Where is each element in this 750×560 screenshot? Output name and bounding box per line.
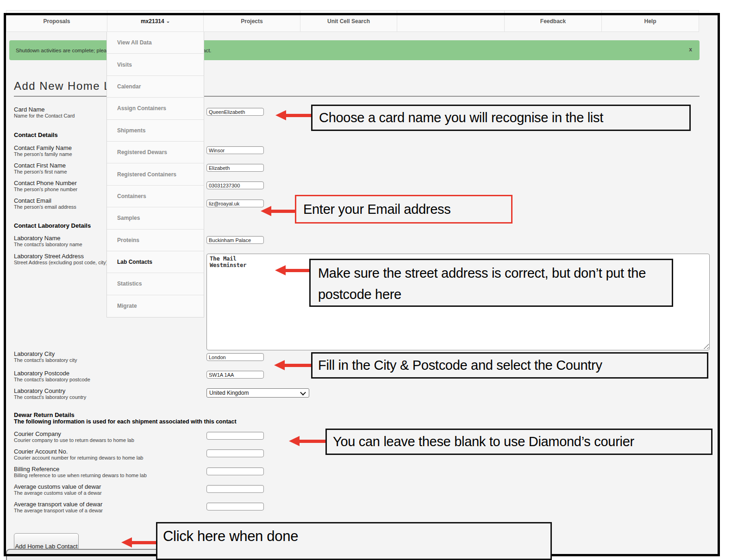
label-hint: Street Address (excluding post code, cit… [14, 260, 107, 266]
menu-item-proteins[interactable]: Proteins [107, 230, 204, 251]
annotation-email: Enter your Email address [295, 195, 512, 224]
label-text: Billing Reference [14, 466, 147, 473]
card-name-input[interactable] [206, 108, 264, 116]
field-label-street-address: Laboratory Street Address Street Address… [14, 253, 107, 266]
label-hint: Courier company to use to return dewars … [14, 437, 134, 443]
annotation-courier: You can leave these blank to use Diamond… [325, 429, 712, 455]
country-select[interactable]: United Kingdom [206, 388, 309, 398]
menu-item-containers[interactable]: Containers [107, 186, 204, 207]
label-text: Courier Account No. [14, 448, 143, 455]
label-hint: The person's first name [14, 169, 67, 175]
menu-item-samples[interactable]: Samples [107, 207, 204, 229]
nav-item-projects[interactable]: Projects [204, 10, 300, 32]
nav-label: Projects [241, 18, 262, 25]
label-hint: Name for the Contact Card [14, 113, 75, 119]
billing-reference-input[interactable] [206, 467, 264, 475]
field-label-family-name: Contact Family Name The person's family … [14, 144, 72, 157]
section-heading-contact-details: Contact Details [14, 131, 58, 138]
lab-name-input[interactable] [206, 236, 264, 244]
menu-item-lab-contacts[interactable]: Lab Contacts [107, 251, 204, 273]
field-label-city: Laboratory City The contact's laboratory… [14, 350, 77, 363]
city-input[interactable] [206, 353, 264, 361]
heading-line1: Dewar Return Details [14, 411, 237, 418]
field-label-courier-company: Courier Company Courier company to use t… [14, 430, 134, 443]
menu-item-view-all-data[interactable]: View All Data [107, 32, 204, 54]
menu-item-statistics[interactable]: Statistics [107, 273, 204, 295]
field-label-billing-reference: Billing Reference Billing reference to u… [14, 466, 147, 479]
customs-value-input[interactable] [206, 485, 264, 493]
label-text: Laboratory Postcode [14, 370, 90, 377]
first-name-input[interactable] [206, 164, 264, 172]
arrow-left-icon [121, 537, 156, 548]
field-label-lab-name: Laboratory Name The contact's laboratory… [14, 235, 82, 248]
nav-item-empty [397, 10, 505, 32]
nav-label: Unit Cell Search [327, 18, 370, 25]
menu-item-registered-dewars[interactable]: Registered Dewars [107, 142, 204, 163]
nav-label: Proposals [43, 18, 70, 25]
close-icon[interactable]: x [689, 46, 692, 53]
label-hint: The contact's laboratory postcode [14, 377, 90, 383]
label-text: Contact Email [14, 197, 76, 204]
label-hint: The person's phone number [14, 187, 77, 193]
arrow-left-icon [275, 265, 309, 275]
arrow-left-icon [289, 436, 325, 446]
annotation-street-address: Make sure the street address is correct,… [309, 259, 673, 307]
label-text: Laboratory Country [14, 387, 86, 394]
label-text: Card Name [14, 106, 75, 113]
arrow-left-icon [275, 110, 311, 120]
field-label-courier-account: Courier Account No. Courier account numb… [14, 448, 143, 461]
menu-item-registered-containers[interactable]: Registered Containers [107, 163, 204, 185]
annotation-card-name: Choose a card name you will recognise in… [311, 105, 691, 131]
heading-line2: The following information is used for ea… [14, 418, 237, 425]
label-text: Average transport value of dewar [14, 501, 103, 508]
transport-value-input[interactable] [206, 503, 264, 510]
nav-label: mx21314 [141, 18, 164, 25]
field-label-first-name: Contact First Name The person's first na… [14, 162, 67, 175]
top-nav: Proposals mx21314 ⌄ Projects Unit Cell S… [6, 10, 699, 32]
chevron-down-icon [300, 389, 306, 395]
menu-item-calendar[interactable]: Calendar [107, 76, 204, 98]
field-label-email: Contact Email The person's email address [14, 197, 76, 210]
label-text: Laboratory Name [14, 235, 82, 242]
courier-account-input[interactable] [206, 449, 264, 457]
nav-item-feedback[interactable]: Feedback [505, 10, 602, 32]
annotation-city-postcode: Fill in the City & Postcode and select t… [311, 352, 708, 379]
label-text: Courier Company [14, 430, 134, 437]
arrow-left-icon [274, 360, 311, 370]
phone-input[interactable] [206, 181, 264, 189]
postcode-input[interactable] [206, 371, 264, 379]
label-hint: The contact's laboratory city [14, 357, 77, 363]
email-input[interactable] [206, 199, 264, 207]
label-text: Contact Phone Number [14, 180, 77, 187]
label-hint: Billing reference to use when returning … [14, 473, 147, 479]
menu-item-migrate[interactable]: Migrate [107, 295, 204, 317]
label-text: Laboratory City [14, 350, 77, 357]
nav-item-unit-cell-search[interactable]: Unit Cell Search [300, 10, 397, 32]
label-text: Average customs value of dewar [14, 483, 102, 490]
nav-item-proposals[interactable]: Proposals [6, 10, 107, 32]
label-text: Laboratory Street Address [14, 253, 107, 260]
nav-item-help[interactable]: Help [602, 10, 699, 32]
label-hint: The average customs value of a dewar [14, 490, 102, 496]
section-heading-dewar-return: Dewar Return Details The following infor… [14, 411, 237, 425]
field-label-country: Laboratory Country The contact's laborat… [14, 387, 86, 400]
label-text: Contact Family Name [14, 144, 72, 151]
label-hint: The average transport value of a dewar [14, 508, 103, 514]
courier-company-input[interactable] [206, 432, 264, 440]
menu-item-assign-containers[interactable]: Assign Containers [107, 98, 204, 119]
label-text: Contact First Name [14, 162, 67, 169]
menu-item-visits[interactable]: Visits [107, 54, 204, 75]
nav-label: Help [644, 18, 656, 25]
label-hint: The person's family name [14, 151, 72, 157]
label-hint: The person's email address [14, 204, 76, 210]
field-label-customs-value: Average customs value of dewar The avera… [14, 483, 102, 496]
label-hint: The contact's laboratory country [14, 394, 86, 400]
label-hint: Courier account number for returning dew… [14, 455, 143, 461]
family-name-input[interactable] [206, 146, 264, 154]
field-label-postcode: Laboratory Postcode The contact's labora… [14, 370, 90, 383]
menu-item-shipments[interactable]: Shipments [107, 120, 204, 142]
app-window: Proposals mx21314 ⌄ Projects Unit Cell S… [0, 0, 750, 560]
field-label-phone: Contact Phone Number The person's phone … [14, 180, 77, 193]
annotation-done: Click here when done [156, 522, 552, 560]
nav-item-proposal-mx21314[interactable]: mx21314 ⌄ [107, 10, 204, 32]
